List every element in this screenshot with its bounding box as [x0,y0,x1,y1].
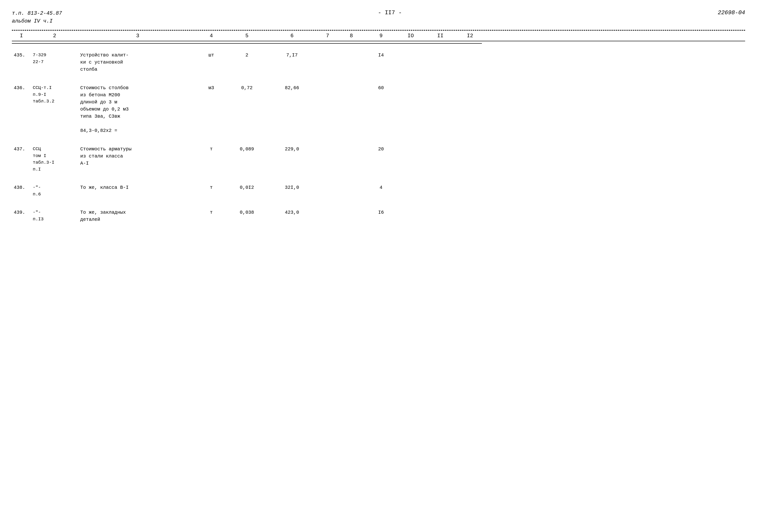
row-reference: 7-32922-7 [31,51,78,66]
row-col10 [399,51,423,53]
row-col9: 4 [363,183,399,192]
table-row: 436. ССЦ-т.Iп.9-Iтабл.3.2 Стоимость стол… [12,83,745,135]
row-col9: 20 [363,145,399,154]
top-divider [12,30,745,31]
column-headers-row: I 2 3 4 5 6 7 8 9 IO II I2 [12,33,745,41]
row-439: 439. -"-п.I3 То же, закладныхдеталей т 0… [12,208,745,224]
row-col7 [316,51,340,53]
row-col10 [399,183,423,185]
row-col9: 60 [363,83,399,93]
row-col11 [423,145,458,147]
col-header-8: 8 [340,33,363,39]
row-price: 423,0 [268,208,316,217]
row-col9: I6 [363,208,399,217]
col-header-3: 3 [78,33,197,39]
row-col8 [340,145,363,147]
row-unit: т [197,208,226,217]
row-number: 435. [12,51,31,60]
header-typeset-line1: т.п. 813-2-45.87 [12,10,62,17]
row-col7 [316,83,340,85]
row-qty: 0,72 [226,83,268,93]
row-description: То же, закладныхдеталей [78,208,197,224]
row-qty: 0,0I2 [226,183,268,192]
col-header-5: 5 [226,33,268,39]
header-left: т.п. 813-2-45.87 альбом IV ч.I [12,10,62,25]
row-reference: -"-п.I3 [31,208,78,223]
header-doc-number: 22698-04 [718,10,745,16]
row-description: Устройство калит-ки с установкойстолба [78,51,197,74]
row-435: 435. 7-32922-7 Устройство калит-ки с уст… [12,51,745,74]
row-number: 439. [12,208,31,217]
header-page-number: - II7 - [378,10,402,16]
row-number: 438. [12,183,31,192]
row-col10 [399,208,423,210]
row-qty: 0,038 [226,208,268,217]
col-header-10: IO [399,33,423,39]
row-unit: т [197,145,226,154]
row-price: 82,66 [268,83,316,93]
row-qty: 2 [226,51,268,60]
main-table: I 2 3 4 5 6 7 8 9 IO II I2 435. 7-32922-… [12,33,745,224]
row-col12 [458,208,482,210]
page-header: т.п. 813-2-45.87 альбом IV ч.I - II7 - 2… [12,10,745,25]
row-col11 [423,51,458,53]
row-reference: ССЦтом Iтабл.3-Iп.I [31,145,78,174]
col-header-4: 4 [197,33,226,39]
row-unit: м3 [197,83,226,93]
row-438: 438. -"-п.6 То же, класса В-I т 0,0I2 32… [12,183,745,199]
row-col12 [458,145,482,147]
col-header-12: I2 [458,33,482,39]
header-typeset-line2: альбом IV ч.I [12,17,62,25]
row-unit: шт [197,51,226,60]
row-price: 7,I7 [268,51,316,60]
table-row: 439. -"-п.I3 То же, закладныхдеталей т 0… [12,208,745,224]
row-col8 [340,83,363,85]
col-header-11: II [423,33,458,39]
row-price: 32I,0 [268,183,316,192]
row-col9: I4 [363,51,399,60]
row-col11 [423,83,458,85]
row-col10 [399,145,423,147]
row-col11 [423,208,458,210]
row-reference: -"-п.6 [31,183,78,199]
row-number: 437. [12,145,31,154]
row-description: Стоимость арматурыиз стали классаА-I [78,145,197,168]
table-row: 435. 7-32922-7 Устройство калит-ки с уст… [12,51,745,74]
row-qty: 0,089 [226,145,268,154]
row-col8 [340,183,363,185]
table-row: 437. ССЦтом Iтабл.3-Iп.I Стоимость армат… [12,145,745,174]
col-header-6: 6 [268,33,316,39]
table-row: 438. -"-п.6 То же, класса В-I т 0,0I2 32… [12,183,745,199]
col-header-2: 2 [31,33,78,39]
row-col12 [458,83,482,85]
row-number: 436. [12,83,31,93]
row-price: 229,0 [268,145,316,154]
col-header-1: I [12,33,31,39]
col-header-7: 7 [316,33,340,39]
row-437: 437. ССЦтом Iтабл.3-Iп.I Стоимость армат… [12,145,745,174]
row-description: Стоимость столбовиз бетона М200длиной до… [78,83,197,135]
row-col11 [423,183,458,185]
row-col7 [316,145,340,147]
row-col7 [316,183,340,185]
row-col10 [399,83,423,85]
col-header-9: 9 [363,33,399,39]
row-col12 [458,51,482,53]
row-col8 [340,51,363,53]
row-col7 [316,208,340,210]
row-reference: ССЦ-т.Iп.9-Iтабл.3.2 [31,83,78,106]
row-col12 [458,183,482,185]
row-col8 [340,208,363,210]
row-436: 436. ССЦ-т.Iп.9-Iтабл.3.2 Стоимость стол… [12,83,745,135]
row-description: То же, класса В-I [78,183,197,192]
row-unit: т [197,183,226,192]
